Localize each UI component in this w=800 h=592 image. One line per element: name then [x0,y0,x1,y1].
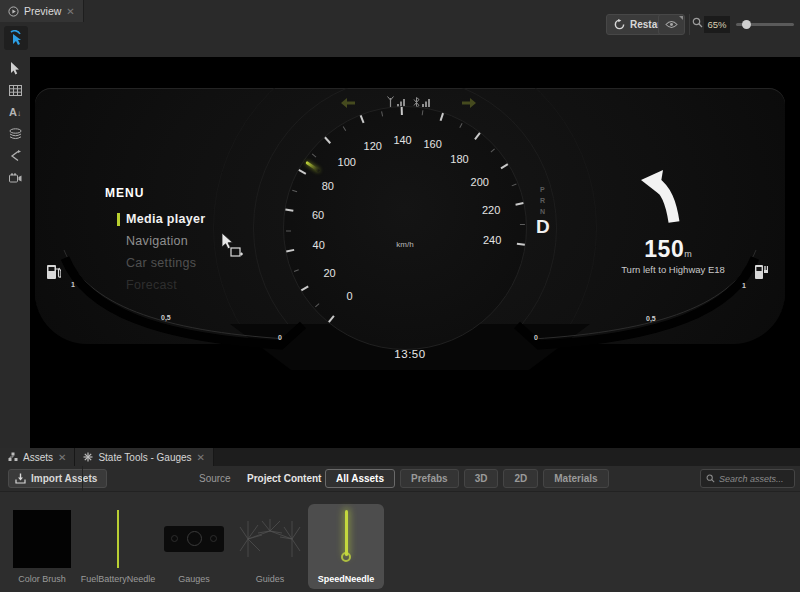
asset-grid: Color Brush FuelBatteryNeedle Gauges [4,504,384,589]
tab-preview[interactable]: Preview ✕ [0,0,84,22]
text-tool-button[interactable]: A↓ [0,101,30,123]
tab-state-tools-label: State Tools - Gauges [98,452,191,463]
import-assets-label: Import Assets [31,473,97,484]
filter-prefabs[interactable]: Prefabs [400,469,459,488]
asset-label: Color Brush [18,574,66,584]
cursor-arrow-icon [10,62,21,75]
tab-assets-label: Assets [23,452,53,463]
toolbar-divider [82,466,83,492]
play-circle-icon [8,6,19,17]
assets-icon [8,452,18,462]
asset-search-box[interactable] [700,469,795,488]
fuel-scale-label: 0 [534,334,538,341]
speed-needle-thumbnail [336,510,356,568]
asset-tile-speedneedle[interactable]: SpeedNeedle [308,504,384,589]
fuel-scale-label: 0 [278,334,282,341]
top-toolbar: Preview ✕ Restart [0,0,800,57]
battery-charge-icon [754,263,768,280]
gauges-thumbnail [164,526,224,552]
asset-label: Gauges [178,574,210,584]
fuel-gauge-arcs [35,88,785,372]
state-tools-icon [83,452,93,462]
tab-state-tools-gauges[interactable]: State Tools - Gauges ✕ [75,448,214,466]
guides-thumbnail [238,519,302,559]
import-download-icon [15,473,26,484]
filter-materials[interactable]: Materials [543,469,608,488]
restart-icon [614,19,625,30]
zoom-level-value[interactable]: 65% [704,16,730,33]
asset-label: FuelBatteryNeedle [81,574,156,584]
tab-close-icon[interactable]: ✕ [66,6,74,17]
assets-panel: Assets ✕ State Tools - Gauges ✕ [0,448,800,592]
application-window: Preview ✕ Restart [0,0,800,592]
fuel-battery-needle-thumbnail [117,510,119,568]
grid-view-button[interactable] [0,79,30,101]
fuel-pump-icon [46,263,61,280]
zoom-slider-handle[interactable] [742,20,751,29]
asset-tile-fuelbatteryneedle[interactable]: FuelBatteryNeedle [80,504,156,589]
asset-tile-gauges[interactable]: Gauges [156,504,232,589]
layers-button[interactable] [0,123,30,145]
filter-3d[interactable]: 3D [464,469,499,488]
video-camera-icon [9,173,22,183]
fuel-scale-label: 0,5 [161,314,171,321]
import-assets-button[interactable]: Import Assets [8,469,107,488]
connections-button[interactable] [0,145,30,167]
asset-filter-group: All AssetsPrefabs3D2DMaterials [325,469,609,488]
cursor-click-icon [8,30,24,46]
filter-all-assets[interactable]: All Assets [325,469,395,488]
zoom-magnifier-icon [692,17,703,28]
layers-icon [9,128,22,140]
asset-tile-guides[interactable]: Guides [232,504,308,589]
filter-2d[interactable]: 2D [503,469,538,488]
asset-label: Guides [256,574,285,584]
select-tool-button[interactable] [0,57,30,79]
share-connections-icon [9,150,21,162]
search-input[interactable] [719,474,789,484]
dropdown-corner-indicator [679,16,683,20]
text-sort-icon: A↓ [9,107,21,118]
left-tool-strip: A↓ [0,57,30,448]
tab-assets-close-icon[interactable]: ✕ [58,452,66,463]
tab-preview-label: Preview [24,5,61,17]
color-brush-thumbnail [13,510,71,568]
assets-toolbar: Import Assets Source Project Content ▼ A… [0,466,800,492]
eye-icon [665,20,678,29]
preview-canvas: MENU Media playerNavigationCar settingsF… [30,57,800,448]
grid-icon [9,85,22,96]
source-label: Source [199,473,231,484]
zoom-slider[interactable] [736,23,794,26]
tab-assets[interactable]: Assets ✕ [0,448,75,466]
source-dropdown-value: Project Content [247,473,321,484]
asset-tile-color-brush[interactable]: Color Brush [4,504,80,589]
live-select-tool-button[interactable] [4,26,28,50]
asset-label: SpeedNeedle [318,574,375,584]
visibility-button[interactable] [658,14,685,35]
fuel-scale-label: 0,5 [646,315,656,322]
instrument-cluster: MENU Media playerNavigationCar settingsF… [35,88,785,372]
timeline-camera-button[interactable] [0,167,30,189]
toolbar-divider [689,14,690,35]
search-icon [706,474,715,483]
fuel-scale-label: 1 [742,282,746,289]
fuel-scale-label: 1 [71,281,75,288]
panel-tab-bar: Assets ✕ State Tools - Gauges ✕ [0,448,800,466]
tab-state-tools-close-icon[interactable]: ✕ [197,452,205,463]
cluster-clock: 13:50 [355,348,465,360]
